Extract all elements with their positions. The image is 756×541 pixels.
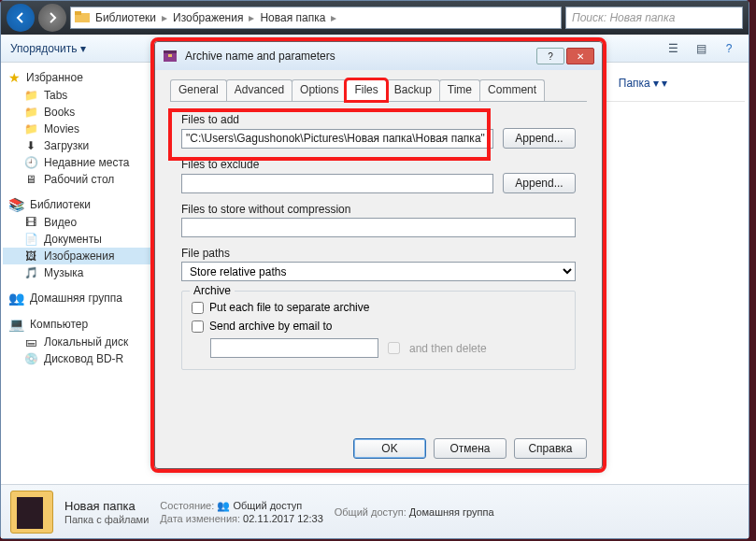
files-to-exclude-input[interactable] — [181, 174, 493, 193]
ok-button[interactable]: OK — [353, 438, 426, 459]
tree-item[interactable]: 🕘Недавние места — [3, 154, 150, 171]
chevron-right-icon: ▸ — [162, 11, 167, 24]
svg-rect-4 — [168, 54, 172, 57]
tab-strip: General Advanced Options Files Backup Ti… — [170, 79, 587, 102]
chk-then-delete — [388, 342, 400, 354]
tree-item[interactable]: 🖴Локальный диск — [3, 334, 150, 350]
folder-icon — [75, 10, 90, 26]
detail-type: Папка с файлами — [64, 514, 149, 525]
homegroup-icon: 👥 — [8, 291, 24, 306]
tree-item[interactable]: 🖥Рабочий стол — [3, 171, 150, 188]
chevron-right-icon: ▸ — [249, 11, 254, 24]
chk-send-email[interactable] — [192, 320, 204, 333]
back-button[interactable] — [7, 4, 35, 32]
files-no-compress-input[interactable] — [181, 218, 576, 237]
share-value: Домашняя группа — [409, 506, 494, 518]
dialog-button-row: OK Отмена Справка — [155, 438, 602, 459]
breadcrumb[interactable]: Библиотеки ▸ Изображения ▸ Новая папка ▸ — [70, 7, 562, 29]
help-button[interactable]: Справка — [514, 438, 587, 459]
tree-favorites[interactable]: ★ Избранное — [3, 68, 150, 87]
tree-item[interactable]: 📁Books — [3, 104, 150, 121]
search-input[interactable]: Поиск: Новая папка — [565, 7, 743, 29]
dialog-titlebar[interactable]: Archive name and parameters ? ✕ — [155, 42, 602, 70]
tab-comment[interactable]: Comment — [479, 79, 545, 101]
details-pane: Новая папка Папка с файлами Состояние: 👥… — [1, 484, 749, 538]
svg-rect-1 — [75, 11, 81, 15]
disc-icon: 💿 — [23, 352, 38, 365]
pictures-icon: 🖼 — [23, 249, 38, 263]
svg-rect-3 — [164, 50, 177, 53]
chk-separate-archive-label: Put each file to separate archive — [209, 301, 369, 314]
close-button[interactable]: ✕ — [566, 48, 594, 64]
chevron-right-icon: ▸ — [331, 11, 336, 24]
chk-separate-archive[interactable] — [192, 302, 204, 314]
date-value: 02.11.2017 12:33 — [243, 513, 323, 524]
tree-computer[interactable]: 💻 Компьютер — [3, 315, 150, 334]
computer-icon: 💻 — [8, 317, 24, 332]
email-input — [210, 338, 378, 358]
tab-files[interactable]: Files — [346, 79, 386, 101]
view-thumbs-button[interactable]: ☰ — [663, 38, 683, 59]
tab-general[interactable]: General — [170, 79, 227, 101]
tree-item[interactable]: 🎞Видео — [3, 214, 150, 231]
archive-legend: Archive — [190, 284, 235, 297]
date-label: Дата изменения: — [160, 513, 240, 524]
organize-button[interactable]: Упорядочить ▾ — [10, 42, 86, 55]
help-button[interactable]: ? — [719, 38, 739, 59]
people-icon: 👥 — [217, 500, 230, 511]
tree-homegroup[interactable]: 👥 Домашняя группа — [3, 289, 150, 307]
tab-time[interactable]: Time — [439, 79, 480, 101]
tab-options[interactable]: Options — [292, 79, 347, 101]
breadcrumb-part[interactable]: Изображения — [173, 11, 243, 24]
archive-dialog: Archive name and parameters ? ✕ General … — [154, 41, 603, 469]
breadcrumb-part[interactable]: Библиотеки — [95, 11, 156, 24]
tree-libraries[interactable]: 📚 Библиотеки — [3, 195, 150, 214]
tree-item[interactable]: 📁Movies — [3, 121, 150, 137]
append-button[interactable]: Append... — [503, 128, 576, 149]
tree-item[interactable]: 🎵Музыка — [3, 264, 150, 281]
recent-icon: 🕘 — [23, 156, 38, 169]
sort-link[interactable]: Папка ▾ — [619, 77, 668, 90]
append-button[interactable]: Append... — [503, 173, 576, 193]
detail-name: Новая папка — [64, 499, 149, 513]
explorer-nav-bar: Библиотеки ▸ Изображения ▸ Новая папка ▸… — [1, 1, 749, 35]
desktop-icon: 🖥 — [23, 173, 38, 186]
cancel-button[interactable]: Отмена — [434, 438, 506, 459]
share-label: Общий доступ: — [335, 506, 407, 518]
download-icon: ⬇ — [23, 139, 38, 152]
tree-item[interactable]: ⬇Загрузки — [3, 137, 150, 154]
folder-thumbnail — [10, 491, 53, 534]
files-to-add-label: Files to add — [181, 113, 576, 126]
tree-item[interactable]: 🖼Изображения — [3, 248, 150, 264]
forward-button[interactable] — [38, 4, 66, 32]
files-to-exclude-label: Files to exclude — [181, 158, 576, 171]
chk-send-email-label: Send archive by email to — [209, 320, 332, 333]
search-placeholder: Поиск: Новая папка — [572, 11, 675, 24]
files-no-compress-label: Files to store without compression — [181, 203, 576, 216]
then-delete-label: and then delete — [409, 342, 487, 355]
files-to-add-input[interactable] — [181, 129, 493, 149]
tab-advanced[interactable]: Advanced — [226, 79, 292, 101]
tree-item[interactable]: 💿Дисковод BD-R — [3, 350, 150, 367]
tab-backup[interactable]: Backup — [386, 79, 440, 101]
star-icon: ★ — [8, 70, 21, 85]
folder-icon: 📁 — [23, 106, 38, 119]
drive-icon: 🖴 — [23, 335, 38, 349]
document-icon: 📄 — [23, 233, 38, 246]
dialog-body: General Advanced Options Files Backup Ti… — [155, 70, 602, 383]
state-value: Общий доступ — [233, 500, 302, 511]
folder-icon: 📁 — [23, 122, 38, 135]
tree-item[interactable]: 📁Tabs — [3, 87, 150, 104]
folder-icon: 📁 — [23, 89, 38, 102]
nav-tree: ★ Избранное 📁Tabs 📁Books 📁Movies ⬇Загруз… — [3, 64, 150, 482]
archive-group: Archive Put each file to separate archiv… — [181, 291, 576, 370]
tree-item[interactable]: 📄Документы — [3, 231, 150, 248]
state-label: Состояние: — [160, 500, 214, 511]
help-titlebar-button[interactable]: ? — [536, 48, 564, 64]
file-paths-select[interactable]: Store relative paths — [181, 262, 576, 281]
winrar-icon — [163, 49, 178, 64]
breadcrumb-part[interactable]: Новая папка — [260, 11, 325, 24]
view-details-button[interactable]: ▤ — [691, 38, 711, 59]
video-icon: 🎞 — [23, 216, 38, 229]
music-icon: 🎵 — [23, 266, 38, 279]
